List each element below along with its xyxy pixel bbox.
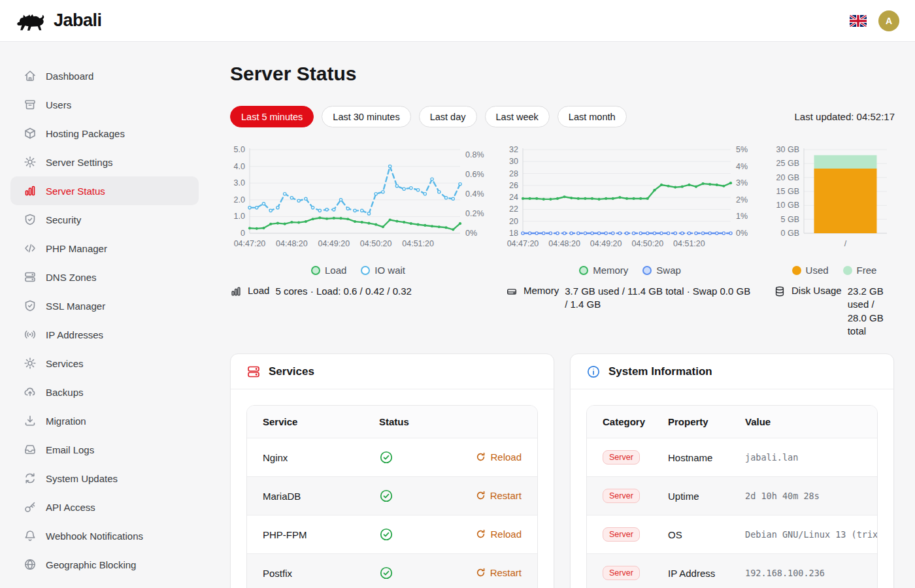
filter-last-30-minutes[interactable]: Last 30 minutes <box>322 106 410 127</box>
sidebar-item-email-logs[interactable]: Email Logs <box>10 435 199 464</box>
service-row: PHP-FPM Reload <box>247 515 537 554</box>
status-ok-icon <box>379 527 447 542</box>
service-name: PHP-FPM <box>247 515 371 554</box>
status-ok-icon <box>379 450 447 465</box>
refresh-icon <box>476 491 486 500</box>
top-bar: Jabali A <box>0 0 915 42</box>
cube-icon <box>24 127 37 140</box>
memory-chart-legend: MemorySwap <box>506 265 754 276</box>
services-card-title: Services <box>269 365 314 378</box>
restart-mariadb-link[interactable]: Restart <box>476 490 522 501</box>
svg-text:0.8%: 0.8% <box>465 150 484 159</box>
category-badge: Server <box>603 527 640 542</box>
avatar[interactable]: A <box>878 10 899 31</box>
property-value: 192.168.100.236 <box>737 554 877 588</box>
sidebar-item-dns-zones[interactable]: DNS Zones <box>10 263 199 291</box>
column-header-service: Service <box>247 406 371 438</box>
boar-logo-icon <box>16 10 47 32</box>
svg-text:22: 22 <box>509 204 518 214</box>
svg-text:1.0: 1.0 <box>234 212 245 221</box>
sidebar-item-server-status[interactable]: Server Status <box>10 176 199 205</box>
svg-text:0 GB: 0 GB <box>781 229 800 238</box>
sidebar-item-migration[interactable]: Migration <box>10 406 199 435</box>
sidebar: Dashboard Users Hosting Packages Server … <box>0 42 209 588</box>
system-info-table: Category Property Value Server Hostname … <box>587 406 877 588</box>
status-ok-icon <box>379 566 447 580</box>
filter-last-week[interactable]: Last week <box>485 106 550 127</box>
svg-text:3.0: 3.0 <box>234 178 245 188</box>
svg-text:0: 0 <box>241 229 245 238</box>
load-chart-plot: 01.02.03.04.05.00%0.2%0.4%0.6%0.8%04:47:… <box>230 144 486 261</box>
column-header-category: Category <box>587 406 660 438</box>
brand-logo[interactable]: Jabali <box>16 10 102 32</box>
gear-icon <box>24 357 37 370</box>
svg-text:24: 24 <box>509 193 518 202</box>
svg-text:5.0: 5.0 <box>234 145 245 154</box>
svg-text:20 GB: 20 GB <box>776 173 799 182</box>
filter-last-day[interactable]: Last day <box>419 106 477 127</box>
home-icon <box>24 69 37 82</box>
load-chart-legend: LoadIO wait <box>230 265 486 276</box>
svg-text:25 GB: 25 GB <box>776 159 799 168</box>
sidebar-item-system-updates[interactable]: System Updates <box>10 464 199 493</box>
column-header-property: Property <box>660 406 737 438</box>
filter-last-month[interactable]: Last month <box>557 106 627 127</box>
category-badge: Server <box>603 566 640 580</box>
column-header-value: Value <box>737 406 877 438</box>
system-info-row: Server Hostname jabali.lan <box>587 438 877 477</box>
svg-text:04:49:20: 04:49:20 <box>318 239 350 248</box>
svg-text:04:48:20: 04:48:20 <box>276 239 308 248</box>
disk-chart-plot: 0 GB5 GB10 GB15 GB20 GB25 GB30 GB/ <box>774 144 895 261</box>
download-icon <box>24 414 37 427</box>
svg-text:04:47:20: 04:47:20 <box>234 239 266 248</box>
legend-used: Used <box>792 265 829 276</box>
sidebar-item-php-manager[interactable]: PHP Manager <box>10 234 199 263</box>
disk-chart-legend: UsedFree <box>774 265 895 276</box>
system-info-row: Server IP Address 192.168.100.236 <box>587 554 877 588</box>
sidebar-item-server-settings[interactable]: Server Settings <box>10 148 199 176</box>
sidebar-item-ip-addresses[interactable]: IP Addresses <box>10 320 199 349</box>
svg-text:04:48:20: 04:48:20 <box>548 239 580 248</box>
svg-text:28: 28 <box>509 169 518 178</box>
archive-icon <box>24 98 37 111</box>
services-card: Services Service Status Nginx <box>230 353 554 588</box>
hard-drive-icon <box>506 286 518 297</box>
brand-name: Jabali <box>54 10 102 31</box>
sidebar-item-dashboard[interactable]: Dashboard <box>10 61 199 90</box>
load-stat: Load 5 cores · Load: 0.6 / 0.42 / 0.32 <box>230 285 486 298</box>
filter-last-5-minutes[interactable]: Last 5 minutes <box>230 106 314 127</box>
sidebar-item-api-access[interactable]: API Access <box>10 493 199 521</box>
globe-icon <box>24 558 37 571</box>
sidebar-item-security[interactable]: Security <box>10 205 199 234</box>
refresh-icon <box>476 568 486 578</box>
page-title: Server Status <box>230 63 895 85</box>
sidebar-item-services[interactable]: Services <box>10 349 199 378</box>
svg-text:30 GB: 30 GB <box>776 145 799 154</box>
sidebar-item-users[interactable]: Users <box>10 90 199 119</box>
database-icon <box>774 286 786 297</box>
category-badge: Server <box>603 450 640 465</box>
svg-text:1%: 1% <box>736 212 748 221</box>
bell-icon <box>24 529 37 542</box>
svg-text:0%: 0% <box>736 229 748 238</box>
sidebar-item-webhook-notifications[interactable]: Webhook Notifications <box>10 521 199 550</box>
sidebar-item-geographic-blocking[interactable]: Geographic Blocking <box>10 550 199 579</box>
reload-nginx-link[interactable]: Reload <box>476 451 522 463</box>
memory-chart: 18202224262830320%1%2%3%4%5%04:47:2004:4… <box>506 144 754 338</box>
service-name: Nginx <box>247 438 371 477</box>
sidebar-item-ssl-manager[interactable]: SSL Manager <box>10 291 199 320</box>
property-name: Hostname <box>660 438 737 477</box>
svg-text:0.6%: 0.6% <box>465 170 484 179</box>
language-flag-uk-icon[interactable] <box>850 15 867 27</box>
svg-text:15 GB: 15 GB <box>776 187 799 196</box>
sidebar-item-backups[interactable]: Backups <box>10 378 199 406</box>
legend-memory: Memory <box>579 265 628 276</box>
service-name: MariaDB <box>247 477 371 515</box>
server-stack-red-icon <box>246 365 261 379</box>
time-filter-bar: Last 5 minutesLast 30 minutesLast dayLas… <box>230 106 895 127</box>
reload-php-fpm-link[interactable]: Reload <box>476 529 522 540</box>
restart-postfix-link[interactable]: Restart <box>476 567 522 578</box>
disk-stat: Disk Usage 23.2 GB used / 28.0 GB total <box>774 285 895 338</box>
legend-load: Load <box>311 265 346 276</box>
sidebar-item-hosting-packages[interactable]: Hosting Packages <box>10 119 199 148</box>
